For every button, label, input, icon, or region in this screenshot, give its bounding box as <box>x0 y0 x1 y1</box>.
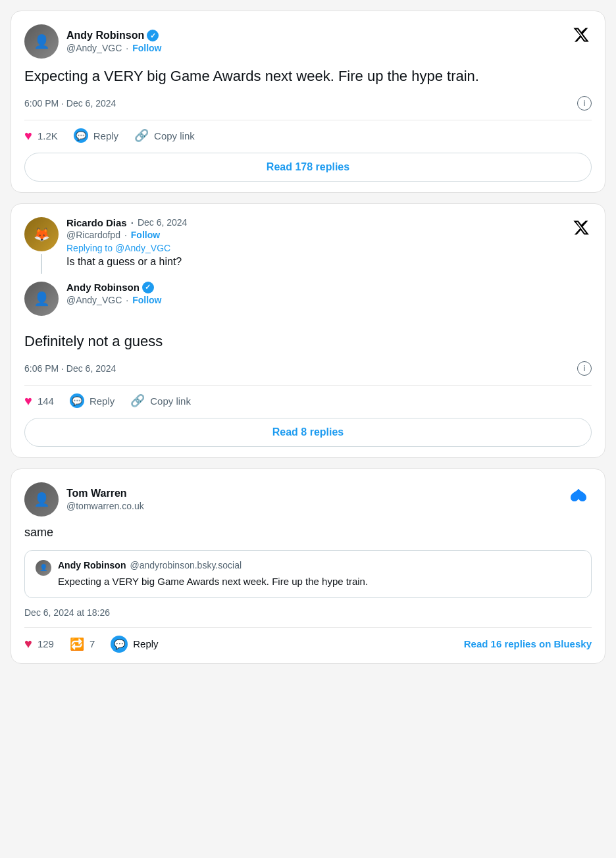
read-replies-btn-1[interactable]: Read 178 replies <box>24 153 592 182</box>
read-bluesky-replies-btn[interactable]: Read 16 replies on Bluesky <box>464 638 592 649</box>
thread-line <box>41 254 42 274</box>
user-handle-1: @Andy_VGC <box>66 43 122 53</box>
andy-handle-row-2: @Andy_VGC · Follow <box>66 295 571 305</box>
x-logo-2 <box>571 217 592 238</box>
andy-handle-2: @Andy_VGC <box>66 295 122 305</box>
reply-bubble-icon-1 <box>74 128 88 143</box>
avatar-ricardo: 🦊 <box>24 217 59 251</box>
like-count-2: 144 <box>38 395 54 407</box>
user-handle-3: @tomwarren.co.uk <box>66 501 144 511</box>
copy-link-icon-1: 🔗 <box>134 128 149 143</box>
andy-follow-link-2[interactable]: Follow <box>132 295 161 305</box>
ricardo-date: Dec 6, 2024 <box>138 217 188 228</box>
actions-row-1: ♥ 1.2K Reply 🔗 Copy link <box>24 128 592 143</box>
replying-to: Replying to @Andy_VGC <box>66 243 571 253</box>
follow-link-1[interactable]: Follow <box>132 43 161 53</box>
user-details-3: Tom Warren @tomwarren.co.uk <box>66 488 144 511</box>
user-name-3: Tom Warren <box>66 488 127 499</box>
user-details-1: Andy Robinson @Andy_VGC · Follow <box>66 30 161 53</box>
ricardo-section: 🦊 Ricardo Dias · Dec 6, 2024 @Ricardofpd… <box>24 217 571 276</box>
like-count-3: 129 <box>38 638 54 649</box>
bluesky-logo <box>565 482 592 509</box>
replying-to-handle[interactable]: @Andy_VGC <box>115 243 170 253</box>
name-row-1: Andy Robinson <box>66 30 161 41</box>
ricardo-handle: @Ricardofpd <box>66 230 120 240</box>
bluesky-reply-icon: 💬 <box>111 636 128 653</box>
read-replies-btn-2[interactable]: Read 8 replies <box>24 418 592 447</box>
handle-row-1: @Andy_VGC · Follow <box>66 43 161 53</box>
quote-text: Expecting a VERY big Game Awards next we… <box>58 574 580 588</box>
reply-label-3: Reply <box>133 638 158 649</box>
user-info-1: 👤 Andy Robinson @Andy_VGC · Follow <box>24 24 161 59</box>
copy-link-label-1: Copy link <box>154 130 195 141</box>
like-count-1: 1.2K <box>38 130 58 141</box>
user-info-3: 👤 Tom Warren @tomwarren.co.uk <box>24 482 144 517</box>
user-name-1: Andy Robinson <box>66 30 144 41</box>
tweet-time-1: 6:00 PM · Dec 6, 2024 i <box>24 96 592 111</box>
ricardo-name: Ricardo Dias <box>66 217 127 228</box>
name-row-3: Tom Warren <box>66 488 144 499</box>
heart-icon-3: ♥ <box>24 636 32 651</box>
copy-link-action-1[interactable]: 🔗 Copy link <box>134 128 195 143</box>
avatar-andy-2: 👤 <box>24 282 59 316</box>
ricardo-reply-text: Is that a guess or a hint? <box>66 256 571 268</box>
andy-name-2: Andy Robinson <box>66 282 140 293</box>
heart-icon-1: ♥ <box>24 128 32 143</box>
tweet-time-3: Dec 6, 2024 at 18:26 <box>24 607 592 618</box>
info-icon-1[interactable]: i <box>577 96 592 111</box>
copy-link-action-2[interactable]: 🔗 Copy link <box>130 393 191 408</box>
copy-link-label-2: Copy link <box>150 395 191 407</box>
avatar-andy: 👤 <box>24 24 59 59</box>
tom-tweet-text: same <box>24 524 592 541</box>
reply-label-1: Reply <box>93 130 118 141</box>
ricardo-name-row: Ricardo Dias · Dec 6, 2024 <box>66 217 571 228</box>
verified-badge-2 <box>142 282 154 293</box>
thread-container: 🦊 <box>24 217 59 276</box>
ricardo-follow-link[interactable]: Follow <box>131 230 160 240</box>
repost-count-3: 7 <box>90 638 95 649</box>
card-2-header: 🦊 Ricardo Dias · Dec 6, 2024 @Ricardofpd… <box>24 217 592 324</box>
card-3-header: 👤 Tom Warren @tomwarren.co.uk <box>24 482 592 517</box>
response-text-2: Definitely not a guess <box>24 332 592 352</box>
bluesky-card-3: 👤 Tom Warren @tomwarren.co.uk same 👤 <box>11 468 605 664</box>
divider-2 <box>24 385 592 386</box>
info-icon-2[interactable]: i <box>577 361 592 376</box>
handle-row-3: @tomwarren.co.uk <box>66 501 144 511</box>
quote-content: Andy Robinson @andyrobinson.bsky.social … <box>58 560 580 588</box>
x-logo-1 <box>571 24 592 45</box>
dot-1: · <box>126 43 128 53</box>
copy-link-icon-2: 🔗 <box>130 393 145 408</box>
quote-avatar: 👤 <box>36 560 51 576</box>
avatar-tom: 👤 <box>24 482 59 517</box>
reply-action-1[interactable]: Reply <box>74 128 118 143</box>
like-action-1[interactable]: ♥ 1.2K <box>24 128 58 143</box>
reply-label-2: Reply <box>90 395 115 407</box>
like-action-3[interactable]: ♥ 129 <box>24 636 54 651</box>
reply-action-2[interactable]: Reply <box>70 393 115 408</box>
tweet-time-2: 6:06 PM · Dec 6, 2024 i <box>24 361 592 376</box>
quote-header: Andy Robinson @andyrobinson.bsky.social <box>58 560 580 570</box>
repost-icon-3: 🔁 <box>70 637 84 651</box>
repost-action-3[interactable]: 🔁 7 <box>70 637 95 651</box>
heart-icon-2: ♥ <box>24 393 32 409</box>
verified-badge-1 <box>147 30 159 41</box>
quote-block: 👤 Andy Robinson @andyrobinson.bsky.socia… <box>24 550 592 598</box>
actions-row-2: ♥ 144 Reply 🔗 Copy link <box>24 393 592 409</box>
divider-1 <box>24 120 592 120</box>
andy-response-section: 👤 Andy Robinson @Andy_VGC · Follow <box>24 282 571 316</box>
reply-bubble-icon-2 <box>70 393 84 408</box>
bluesky-actions: ♥ 129 🔁 7 💬 Reply Read 16 replies on Blu… <box>24 636 592 653</box>
ricardo-handle-row: @Ricardofpd · Follow <box>66 230 571 240</box>
tweet-card-2: 🦊 Ricardo Dias · Dec 6, 2024 @Ricardofpd… <box>11 203 605 458</box>
quote-author-name: Andy Robinson <box>58 560 126 570</box>
divider-3 <box>24 627 592 628</box>
andy-name-row-2: Andy Robinson <box>66 282 571 293</box>
card-1-header: 👤 Andy Robinson @Andy_VGC · Follow <box>24 24 592 59</box>
tweet-text-1: Expecting a VERY big Game Awards next we… <box>24 66 592 87</box>
reply-action-3[interactable]: 💬 Reply <box>111 636 158 653</box>
quote-author-handle: @andyrobinson.bsky.social <box>130 560 242 570</box>
tweet-card-1: 👤 Andy Robinson @Andy_VGC · Follow Expec… <box>11 11 605 193</box>
like-action-2[interactable]: ♥ 144 <box>24 393 54 409</box>
